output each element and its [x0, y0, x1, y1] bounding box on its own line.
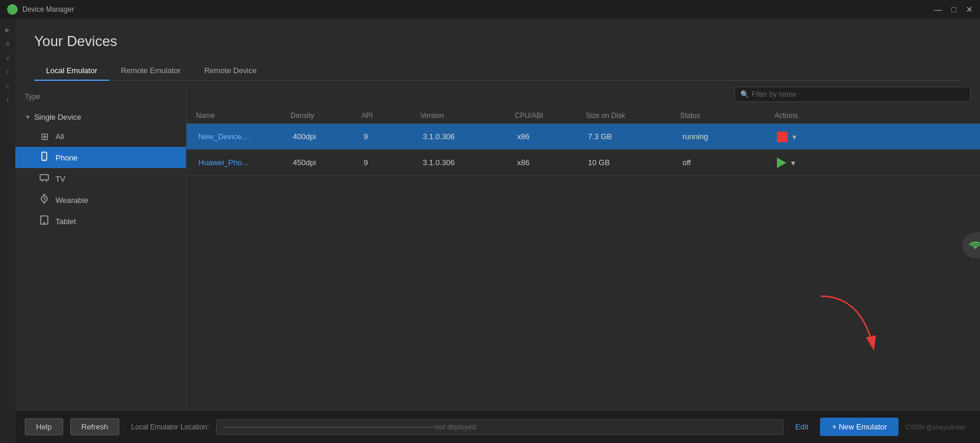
device-status-1: running — [680, 126, 775, 147]
sidebar-item-all[interactable]: ⊞ All — [15, 126, 186, 147]
col-name: Name — [196, 111, 290, 120]
play-button[interactable] — [777, 157, 786, 168]
device-type-group: ▼ Single Device ⊞ All Phone — [15, 108, 186, 232]
phone-icon — [39, 152, 50, 163]
single-device-label: Single Device — [34, 113, 81, 122]
location-label: Local Emulator Location: — [131, 423, 209, 431]
ide-sidebar-item-1[interactable]: ▶ — [2, 24, 14, 35]
device-api-1: 9 — [361, 126, 420, 147]
filter-input[interactable] — [734, 87, 971, 102]
title-bar: Device Manager — □ ✕ — [0, 0, 980, 19]
wearable-label: Wearable — [55, 196, 88, 205]
col-status: Status — [680, 111, 775, 120]
filter-bar: 🔍 — [187, 81, 980, 108]
search-icon: 🔍 — [740, 90, 749, 99]
ide-sidebar-item-5[interactable]: c — [2, 80, 14, 92]
ide-sidebar-item-4[interactable]: r — [2, 66, 14, 78]
col-api: API — [361, 111, 420, 120]
content-area: Type ▼ Single Device ⊞ All — [15, 81, 980, 410]
col-density: Density — [290, 111, 361, 120]
chevron-down-icon: ▼ — [25, 114, 31, 120]
device-cpuabi-2: x86 — [515, 152, 586, 173]
svg-rect-2 — [40, 175, 48, 180]
device-cpuabi-1: x86 — [515, 126, 586, 147]
tabs: Local Emulator Remote Emulator Remote De… — [34, 61, 961, 81]
filter-input-wrapper: 🔍 — [734, 87, 971, 102]
svg-line-9 — [44, 199, 45, 199]
tablet-icon — [39, 215, 50, 227]
device-density-1: 400dpi — [290, 126, 361, 147]
wearable-icon — [39, 194, 50, 206]
tablet-label: Tablet — [55, 217, 76, 226]
action-buttons-2: ▾ — [777, 157, 968, 168]
all-icon: ⊞ — [39, 131, 50, 142]
type-header: Type — [15, 88, 186, 106]
device-status-2: off — [680, 152, 775, 173]
page-title: Your Devices — [34, 33, 961, 50]
single-device-group[interactable]: ▼ Single Device — [15, 108, 186, 126]
svg-line-4 — [46, 180, 47, 182]
device-size-2: 10 GB — [586, 152, 680, 173]
ide-sidebar-item-2[interactable]: A — [2, 38, 14, 50]
col-version: Version — [420, 111, 515, 120]
table-row[interactable]: New_Device.... 400dpi 9 3.1.0.306 x86 7.… — [187, 124, 980, 150]
left-panel: Type ▼ Single Device ⊞ All — [15, 81, 187, 410]
device-api-2: 9 — [361, 152, 420, 173]
edit-button[interactable]: Edit — [790, 422, 813, 431]
app-title: Device Manager — [22, 5, 74, 14]
dropdown-button-2[interactable]: ▾ — [791, 158, 795, 168]
tab-remote-emulator[interactable]: Remote Emulator — [109, 61, 192, 81]
device-version-2: 3.1.0.306 — [420, 152, 515, 173]
action-buttons-1: ▾ — [777, 132, 968, 142]
device-name-2[interactable]: Huawei_Pho... — [196, 152, 290, 173]
tab-local-emulator[interactable]: Local Emulator — [34, 61, 109, 81]
device-table: Name Density API Version CPU/ABI Size on… — [187, 108, 980, 410]
dropdown-button-1[interactable]: ▾ — [792, 132, 796, 142]
ide-sidebar: ▶ A v r c t — [0, 19, 15, 443]
right-panel: 🔍 Name Density API Version CPU/ABI Size … — [187, 81, 980, 410]
tv-label: TV — [55, 175, 66, 183]
ide-sidebar-item-3[interactable]: v — [2, 52, 14, 64]
watermark: CSDN @shayu8nian — [906, 424, 971, 431]
main-content: Your Devices Local Emulator Remote Emula… — [15, 19, 980, 443]
device-actions-2: ▾ — [775, 152, 971, 174]
title-bar-left: Device Manager — [7, 4, 74, 15]
ide-sidebar-item-6[interactable]: t — [2, 94, 14, 106]
help-button[interactable]: Help — [25, 418, 63, 435]
phone-label: Phone — [55, 153, 78, 162]
stop-button[interactable] — [777, 132, 788, 142]
window-controls[interactable]: — □ ✕ — [934, 5, 973, 14]
tv-icon — [39, 173, 50, 185]
svg-line-3 — [42, 180, 43, 182]
device-actions-1: ▾ — [775, 126, 971, 148]
minimize-button[interactable]: — — [934, 5, 942, 14]
col-actions: Actions — [775, 111, 971, 120]
device-name-1[interactable]: New_Device.... — [196, 126, 290, 147]
device-density-2: 450dpi — [290, 152, 361, 173]
tab-remote-device[interactable]: Remote Device — [192, 61, 269, 81]
sidebar-item-wearable[interactable]: Wearable — [15, 189, 186, 211]
sidebar-item-phone[interactable]: Phone — [15, 147, 186, 168]
col-cpuabi: CPU/ABI — [515, 111, 586, 120]
bottom-bar: Help Refresh Local Emulator Location: Ed… — [15, 410, 980, 443]
sidebar-item-tv[interactable]: TV — [15, 168, 186, 189]
header: Your Devices Local Emulator Remote Emula… — [15, 19, 980, 81]
sidebar-item-tablet[interactable]: Tablet — [15, 211, 186, 232]
table-header: Name Density API Version CPU/ABI Size on… — [187, 108, 980, 124]
app-icon — [7, 4, 18, 15]
maximize-button[interactable]: □ — [952, 5, 956, 14]
table-row[interactable]: Huawei_Pho... 450dpi 9 3.1.0.306 x86 10 … — [187, 150, 980, 176]
svg-point-11 — [44, 222, 44, 223]
refresh-button[interactable]: Refresh — [70, 418, 120, 435]
close-button[interactable]: ✕ — [966, 5, 973, 14]
all-label: All — [55, 132, 64, 141]
device-version-1: 3.1.0.306 — [420, 126, 515, 147]
device-size-1: 7.3 GB — [586, 126, 680, 147]
col-size: Size on Disk — [586, 111, 680, 120]
svg-point-1 — [44, 159, 45, 160]
location-input[interactable] — [216, 419, 783, 435]
new-emulator-button[interactable]: + New Emulator — [820, 418, 899, 436]
